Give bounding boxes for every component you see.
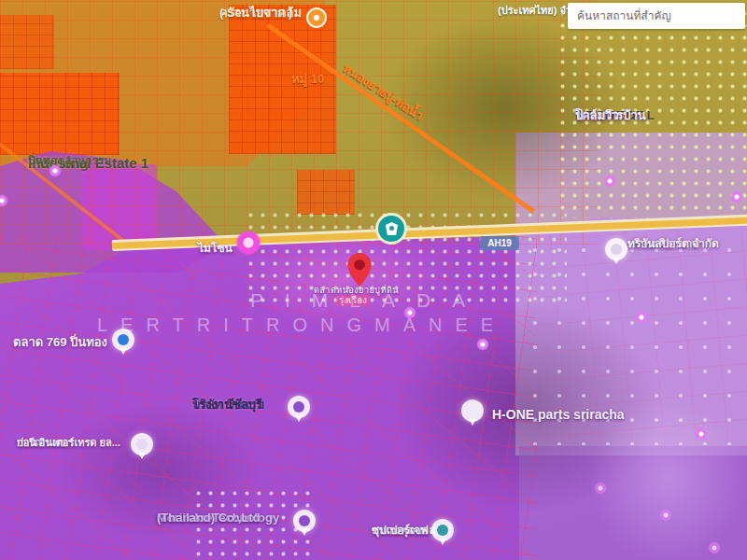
poi-text: ทรานสปอร์ต จำกัด	[627, 238, 719, 251]
road-label-moo10: หมู่ 10	[291, 73, 324, 87]
pin-dot	[293, 401, 304, 413]
search-box	[568, 3, 745, 29]
poi-glow-dot[interactable]	[635, 311, 648, 324]
market-pin-icon[interactable]	[112, 329, 134, 351]
poi-glow-dot	[594, 482, 607, 495]
map-canvas[interactable]: PIMLADA LERTRITRONGMANEE หมู่ 10 หนองยาย…	[0, 0, 747, 560]
marker-label: ตลาดหนองยายบู่ที่ดิน	[314, 286, 399, 295]
pin-dot	[467, 405, 478, 416]
poi-label-market-769-pinthong[interactable]: ตลาด 769 ปิ่นทอง	[13, 336, 107, 350]
restaurant-pin-icon[interactable]	[306, 7, 327, 28]
poi-glow-dot[interactable]	[476, 338, 489, 351]
poi-pin-icon[interactable]	[461, 399, 484, 422]
marker-badge: รุ่งเรือง	[336, 295, 370, 306]
poi-label-maizone[interactable]: ไมโซน	[198, 243, 233, 256]
poi-glow-dot[interactable]	[695, 427, 708, 441]
poi-pin-icon[interactable]	[431, 519, 454, 541]
route-badge-ah19: AH19	[480, 236, 519, 250]
selected-location-marker-icon[interactable]	[347, 253, 372, 287]
pin-dot	[314, 15, 319, 21]
shield-glyph	[386, 222, 398, 235]
cadastral-lines-overlay	[0, 0, 598, 245]
poi-glow-dot[interactable]	[49, 164, 62, 177]
poi-pin-icon[interactable]	[293, 510, 316, 532]
poi-text: ปาล์มวิว	[575, 109, 619, 123]
poi-glow-dot[interactable]	[403, 306, 416, 319]
poi-text: ซุปเปอร์เจฟ	[372, 525, 429, 538]
highlight-pin-icon[interactable]	[235, 230, 261, 256]
poi-glow-dot[interactable]	[730, 190, 743, 203]
poi-text: กอน อินเตอร์เทรด ยล...	[17, 437, 120, 449]
pin-dot	[118, 334, 129, 345]
poi-label-h-one-parts[interactable]: H-ONE parts sriracha	[492, 407, 625, 422]
poi-glow-dot	[659, 509, 672, 522]
pin-dot	[136, 439, 148, 450]
poi-glow-dot[interactable]	[603, 175, 616, 188]
poi-text: โรงงานชลบุรี	[192, 399, 262, 413]
pin-dot	[437, 525, 448, 536]
shield-dot	[389, 226, 394, 231]
poi-text: (Thailand) Co.,Ltd	[157, 511, 260, 525]
motorway-shield-icon[interactable]	[375, 213, 407, 245]
pin-dot	[611, 244, 622, 255]
pin-dot	[299, 515, 310, 526]
poi-pin-icon[interactable]	[605, 238, 627, 260]
poi-text: ( Ser ไบจาก )	[219, 7, 292, 21]
poi-pin-icon[interactable]	[131, 433, 153, 455]
search-input[interactable]	[568, 3, 745, 29]
poi-glow-dot	[708, 541, 721, 554]
poi-pin-icon[interactable]	[288, 396, 310, 418]
